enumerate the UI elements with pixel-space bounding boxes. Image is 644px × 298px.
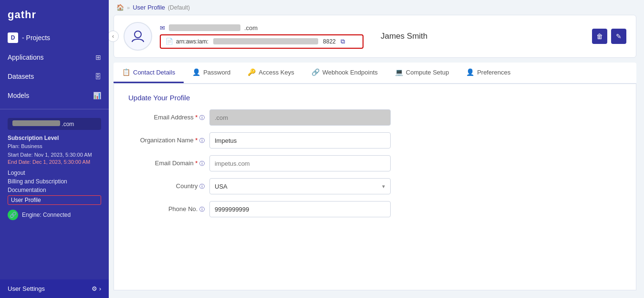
tab-access-keys[interactable]: 🔑 Access Keys — [239, 63, 302, 83]
logout-link[interactable]: Logout — [8, 170, 101, 176]
breadcrumb-default: (Default) — [168, 4, 190, 11]
org-required-marker: * — [195, 137, 197, 144]
project-letter: D — [8, 32, 18, 43]
end-date-text: End Date: Dec 1, 2023, 5:30:00 AM — [8, 159, 101, 165]
email-domain-row: Email Domain * ⓘ — [128, 155, 622, 171]
breadcrumb: 🏠 » User Profile (Default) — [109, 0, 644, 15]
form-area: Update Your Profile Email Address * ⓘ Or… — [114, 84, 636, 290]
main-content: 🏠 » User Profile (Default) ‹ ✉ .com 📄 ar… — [109, 0, 644, 298]
avatar — [124, 22, 152, 51]
breadcrumb-chevron: » — [127, 5, 130, 11]
tab-webhook-label: Webhook Endpoints — [322, 69, 378, 76]
profile-header-card: ‹ ✉ .com 📄 arn:aws:iam: 8822 ⧉ James Smi… — [114, 15, 636, 58]
webhook-tab-icon: 🔗 — [312, 68, 320, 76]
applications-icon: ⊞ — [95, 53, 101, 61]
projects-label: - Projects — [22, 34, 50, 42]
subscription-level-label: Subscription Level — [8, 135, 101, 141]
org-name-input[interactable] — [209, 132, 391, 149]
sidebar: gathr D - Projects Applications ⊞ Datase… — [0, 0, 109, 298]
user-settings-label: User Settings — [8, 285, 45, 292]
arn-prefix: arn:aws:iam: — [176, 38, 208, 45]
country-select[interactable]: USA UK India Canada Other — [209, 178, 391, 194]
org-name-label: Organization Name * ⓘ — [128, 137, 205, 144]
contact-details-tab-icon: 📋 — [122, 68, 130, 76]
edit-profile-button[interactable]: ✎ — [611, 29, 626, 44]
country-select-wrapper: USA UK India Canada Other — [209, 178, 391, 194]
tab-contact-details-label: Contact Details — [133, 69, 175, 76]
profile-actions: 🗑 ✎ — [592, 29, 626, 44]
svg-point-0 — [135, 31, 141, 38]
sidebar-item-applications[interactable]: Applications ⊞ — [0, 48, 109, 67]
user-name: James Smith — [371, 32, 584, 41]
engine-status: 🔗 Engine: Connected — [8, 210, 101, 220]
user-profile-link[interactable]: User Profile — [8, 195, 101, 205]
domain-box: .com — [8, 118, 101, 130]
email-domain-label: Email Domain * ⓘ — [128, 160, 205, 167]
copy-icon[interactable]: ⧉ — [341, 38, 345, 45]
delete-profile-button[interactable]: 🗑 — [592, 29, 607, 44]
projects-nav-item[interactable]: D - Projects — [0, 28, 109, 48]
user-settings-bar[interactable]: User Settings ⚙ › — [0, 279, 109, 298]
user-settings-icon: ⚙ › — [92, 285, 101, 292]
collapse-sidebar-btn[interactable]: ‹ — [109, 31, 119, 42]
sidebar-item-models[interactable]: Models 📊 — [0, 86, 109, 105]
engine-label: Engine: Connected — [22, 212, 71, 218]
country-row: Country ⓘ USA UK India Canada Other — [128, 178, 622, 194]
tab-password[interactable]: 👤 Password — [184, 63, 239, 83]
org-name-row: Organization Name * ⓘ — [128, 132, 622, 149]
tabs-bar: 📋 Contact Details 👤 Password 🔑 Access Ke… — [114, 63, 636, 84]
domain-suffix: .com — [62, 121, 74, 128]
email-blur — [169, 24, 240, 31]
org-info-icon[interactable]: ⓘ — [199, 138, 205, 143]
phone-row: Phone No. ⓘ — [128, 201, 622, 217]
models-icon: 📊 — [93, 92, 101, 99]
profile-info: ✉ .com 📄 arn:aws:iam: 8822 ⧉ — [160, 24, 364, 49]
compute-tab-icon: 💻 — [395, 68, 403, 76]
sidebar-links: Logout Billing and Subscription Document… — [8, 170, 101, 205]
phone-input[interactable] — [209, 201, 391, 217]
plan-text: Plan: Business — [8, 142, 101, 151]
arn-blur — [213, 38, 318, 44]
tab-password-label: Password — [203, 69, 230, 76]
start-date-text: Start Date: Nov 1, 2023, 5:30:00 AM — [8, 151, 101, 160]
tab-contact-details[interactable]: 📋 Contact Details — [114, 63, 184, 83]
tab-webhook-endpoints[interactable]: 🔗 Webhook Endpoints — [303, 63, 386, 83]
engine-connected-icon: 🔗 — [8, 210, 18, 220]
sidebar-item-datasets[interactable]: Datasets 🗄 — [0, 67, 109, 86]
password-tab-icon: 👤 — [192, 68, 200, 76]
form-title: Update Your Profile — [128, 94, 622, 102]
domain-info-icon[interactable]: ⓘ — [199, 160, 205, 166]
documentation-link[interactable]: Documentation — [8, 187, 101, 193]
tab-compute-setup[interactable]: 💻 Compute Setup — [386, 63, 457, 83]
tab-preferences[interactable]: 👤 Preferences — [457, 63, 519, 83]
domain-required-marker: * — [195, 160, 197, 167]
email-icon: ✉ — [160, 24, 165, 32]
tab-compute-label: Compute Setup — [406, 69, 449, 76]
tab-access-keys-label: Access Keys — [259, 69, 294, 76]
email-address-input[interactable] — [209, 109, 391, 126]
access-keys-tab-icon: 🔑 — [248, 68, 256, 76]
app-logo: gathr — [0, 0, 109, 28]
models-label: Models — [8, 92, 29, 99]
applications-label: Applications — [8, 53, 44, 61]
country-label: Country ⓘ — [128, 182, 205, 190]
phone-info-icon[interactable]: ⓘ — [199, 206, 205, 212]
country-info-icon[interactable]: ⓘ — [199, 183, 205, 189]
tab-preferences-label: Preferences — [477, 69, 510, 76]
phone-label: Phone No. ⓘ — [128, 205, 205, 213]
email-row: ✉ .com — [160, 24, 364, 32]
sidebar-divider — [0, 109, 109, 109]
datasets-icon: 🗄 — [94, 73, 101, 80]
email-domain: .com — [244, 24, 258, 32]
email-address-label: Email Address * ⓘ — [128, 114, 205, 121]
preferences-tab-icon: 👤 — [466, 68, 474, 76]
email-info-icon[interactable]: ⓘ — [199, 115, 205, 120]
arn-row: 📄 arn:aws:iam: 8822 ⧉ — [160, 34, 364, 49]
arn-icon: 📄 — [166, 38, 173, 45]
domain-text — [12, 120, 60, 126]
billing-link[interactable]: Billing and Subscription — [8, 178, 101, 185]
datasets-label: Datasets — [8, 73, 34, 80]
email-domain-input[interactable] — [209, 155, 391, 171]
home-breadcrumb[interactable]: 🏠 — [116, 4, 124, 11]
arn-suffix: 8822 — [323, 38, 336, 45]
